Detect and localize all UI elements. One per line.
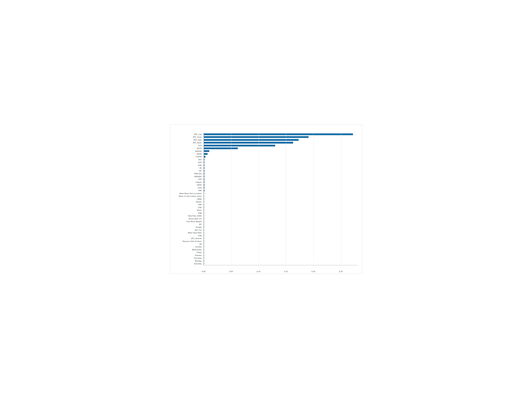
- bar: [204, 136, 309, 138]
- y-label: Tweets: [196, 201, 202, 203]
- bar-row: [204, 150, 357, 152]
- bar-row: [204, 161, 357, 164]
- bar: [204, 156, 205, 158]
- y-label: Mean Tx Size (native units): [179, 195, 202, 197]
- bar-row: [204, 220, 357, 223]
- y-label: SGD: [198, 162, 202, 163]
- bar-row: [204, 136, 357, 138]
- x-tick-label: 0.00: [202, 271, 206, 273]
- bar: [204, 133, 353, 135]
- bar: [204, 145, 275, 147]
- y-label: GBP: [198, 204, 202, 206]
- y-label: LTC: [199, 170, 202, 172]
- bar-row: [204, 192, 357, 195]
- y-label: DXY: [198, 159, 202, 161]
- y-label: Monday: [195, 260, 202, 262]
- bar: [204, 147, 238, 149]
- x-tick-label: 0.10: [257, 271, 260, 273]
- x-tick-label: 0.25: [339, 271, 343, 273]
- y-label: Mean Hash Rate: [188, 232, 202, 234]
- bar-row: [204, 141, 357, 144]
- bar: [204, 139, 299, 141]
- grid-line: [231, 133, 231, 265]
- y-label: CSI300: [196, 156, 202, 158]
- x-tick-label: 0.05: [229, 271, 233, 273]
- chart-container: BTC_LowBTC_CloseBTC_HighBTC_OpenETHJP225…: [170, 124, 362, 274]
- y-label: Difficulty: [194, 173, 202, 175]
- y-label: S&P500: [195, 150, 202, 152]
- bar-row: [204, 184, 357, 186]
- y-label: BTC_Close: [193, 136, 202, 138]
- bar-row: [204, 178, 357, 181]
- bar-row: [204, 254, 357, 256]
- x-tick-label: 0.20: [312, 271, 315, 273]
- bar-row: [204, 195, 357, 197]
- chart-area: [204, 133, 357, 265]
- bar-row: [204, 189, 357, 192]
- bar-row: [204, 181, 357, 183]
- bar-row: [204, 229, 357, 231]
- bar-row: [204, 256, 357, 259]
- y-label: BTC_High: [194, 139, 202, 141]
- bar-row: [204, 203, 357, 206]
- bar-row: [204, 175, 357, 178]
- y-label: RUB: [198, 212, 202, 214]
- bar-row: [204, 237, 357, 240]
- y-label: CAD: [198, 206, 202, 208]
- bar: [204, 153, 208, 155]
- y-label: BTC_Low: [194, 133, 202, 135]
- y-label: DOGE: [196, 153, 202, 155]
- bar-row: [204, 158, 357, 161]
- bar-row: [204, 234, 357, 237]
- bar-row: [204, 138, 357, 141]
- y-label: JPY: [199, 223, 202, 225]
- y-label: Silver: [197, 209, 202, 211]
- x-tick-label: 0.15: [284, 271, 288, 273]
- bar-row: [204, 167, 357, 169]
- bar-row: [204, 144, 357, 147]
- y-label: Thursday: [194, 257, 202, 259]
- bar: [204, 150, 209, 152]
- y-label: Google: [196, 226, 202, 228]
- bar-row: [204, 243, 357, 245]
- y-label: Sunday: [195, 246, 202, 248]
- y-label: Xfer Cnt: [195, 229, 202, 231]
- y-label: AUD: [198, 164, 202, 166]
- grid-line: [286, 133, 286, 265]
- bar-row: [204, 226, 357, 228]
- bar-row: [204, 153, 357, 155]
- bar-row: [204, 206, 357, 209]
- y-label: ETH: [198, 144, 202, 147]
- bar-row: [204, 186, 357, 189]
- y-label: BTC_Volume: [191, 237, 202, 239]
- bar-row: [204, 223, 357, 226]
- bar-row: [204, 240, 357, 242]
- y-label: Mean Block Size (in bytes): [179, 192, 202, 194]
- y-label: Gold: [198, 187, 202, 189]
- y-label: Sum Block Weight: [186, 221, 202, 223]
- y-label: Active Addr Cnt: [189, 218, 202, 220]
- bar-row: [204, 251, 357, 254]
- y-label: JP225: [197, 147, 202, 149]
- y-label: CBOE: [197, 198, 202, 200]
- y-label: Total Fees (USD): [188, 215, 202, 217]
- grid-line: [341, 133, 341, 265]
- y-label: EUR: [198, 235, 202, 236]
- bar-row: [204, 231, 357, 234]
- grid-line: [204, 133, 204, 265]
- bar-row: [204, 198, 357, 200]
- y-label: Wednesday: [192, 249, 202, 251]
- bar-row: [204, 214, 357, 217]
- y-label: Oil: [199, 167, 202, 169]
- y-label: CNY: [198, 178, 202, 180]
- bar-row: [204, 133, 357, 136]
- bar-row: [204, 248, 357, 251]
- bar-row: [204, 164, 357, 167]
- y-label: XRP: [198, 190, 202, 192]
- y-label: Saturday: [194, 263, 202, 265]
- y-label: Treasury Yield 10 Years: [182, 240, 202, 242]
- bar-row: [204, 209, 357, 211]
- y-label: BTC_Open: [193, 142, 202, 144]
- y-label: Friday: [196, 251, 202, 254]
- y-label: DJI: [199, 243, 202, 245]
